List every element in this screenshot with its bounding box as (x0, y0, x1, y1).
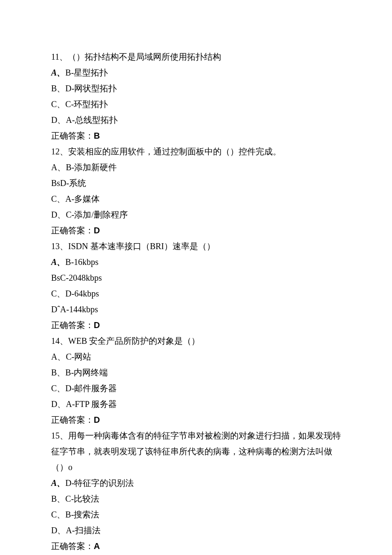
question-text: 用每一种病毒体含有的特征字节串对被检测的对象进行扫描，如果发现特征字节串，就表明… (51, 431, 341, 472)
answer-label: 正确答案： (51, 320, 94, 330)
option-line: D、C-添加/删除程序 (51, 207, 341, 223)
answer-line: 正确答案：D (51, 317, 341, 333)
option-text: D-64kbps (65, 289, 99, 298)
question-stem: 14、WEB 安全产品所防护的对象是（） (51, 333, 341, 349)
option-text: D-特征字的识别法 (65, 478, 134, 488)
option-prefix: B、 (51, 84, 65, 93)
option-prefix: A、 (51, 163, 66, 172)
option-line: A、B-16kbps (51, 254, 341, 270)
option-prefix: A、 (51, 257, 65, 267)
option-line: A、B-星型拓扑 (51, 65, 341, 81)
option-line: A、C-网站 (51, 349, 341, 365)
option-line: DˆA-144kbps (51, 302, 341, 317)
document-body: 11、（）拓扑结构不是局域网所使用拓扑结构A、B-星型拓扑B、D-网状型拓扑C、… (51, 49, 341, 555)
option-text: D-邮件服务器 (65, 384, 117, 393)
answer-line: 正确答案：D (51, 412, 341, 428)
option-line: C、D-邮件服务器 (51, 381, 341, 396)
option-text: A-扫描法 (66, 526, 100, 535)
option-line: C、D-64kbps (51, 286, 341, 302)
option-prefix: BsC- (51, 273, 69, 282)
answer-label: 正确答案： (51, 541, 94, 551)
question-stem: 15、用每一种病毒体含有的特征字节串对被检测的对象进行扫描，如果发现特征字节串，… (51, 428, 341, 475)
option-prefix: C、 (51, 194, 65, 203)
question-text: （）拓扑结构不是局域网所使用拓扑结构 (68, 52, 221, 61)
answer-value: D (94, 415, 100, 424)
option-text: C-网站 (66, 352, 91, 361)
option-text: B-星型拓扑 (65, 68, 108, 77)
option-text: C-比较法 (65, 494, 99, 503)
answer-value: B (94, 131, 100, 140)
answer-value: D (94, 226, 100, 235)
answer-line: 正确答案：B (51, 128, 341, 144)
answer-line: 正确答案：A (51, 538, 341, 554)
option-line: A、B-添加新硬件 (51, 160, 341, 175)
option-line: D、A-FTP 服务器 (51, 396, 341, 412)
option-text: B-内网终端 (65, 368, 108, 377)
option-prefix: C、 (51, 289, 65, 298)
option-text: D-网状型拓扑 (65, 84, 117, 93)
option-text: B-16kbps (65, 257, 98, 267)
option-line: D、A-总线型拓扑 (51, 112, 341, 128)
option-text: B-搜索法 (65, 510, 99, 519)
question-text: ISDN 基本速率接口（BRI）速率是（） (68, 241, 215, 251)
question-text: WEB 安全产品所防护的对象是（） (68, 336, 200, 346)
question-number: 15、 (51, 431, 68, 440)
option-text: C-添加/删除程序 (66, 210, 128, 219)
option-prefix: A、 (51, 68, 65, 77)
option-prefix: D、 (51, 115, 66, 125)
option-prefix: D、 (51, 399, 66, 409)
option-line: A、D-特征字的识别法 (51, 475, 341, 491)
answer-label: 正确答案： (51, 131, 94, 140)
option-line: B、C-比较法 (51, 491, 341, 507)
option-text: A-总线型拓扑 (66, 115, 117, 125)
option-prefix: A、 (51, 352, 66, 361)
option-text: B-添加新硬件 (66, 163, 117, 172)
question-number: 14、 (51, 336, 68, 346)
question-number: 12、 (51, 147, 68, 156)
option-text: C-环型拓扑 (65, 99, 108, 109)
option-prefix: BsD- (51, 178, 69, 188)
question-stem: 12、安装相应的应用软件，通过控制面板中的（）控件完成。 (51, 144, 341, 160)
option-line: C、B-搜索法 (51, 507, 341, 523)
question-stem: 13、ISDN 基本速率接口（BRI）速率是（） (51, 238, 341, 254)
option-prefix: B、 (51, 368, 65, 377)
option-prefix: C、 (51, 99, 65, 109)
option-line: B、D-网状型拓扑 (51, 81, 341, 96)
answer-label: 正确答案： (51, 226, 94, 235)
answer-label: 正确答案： (51, 415, 94, 424)
option-text: 2048kbps (69, 273, 102, 282)
question-number: 11、 (51, 52, 68, 61)
answer-line: 正确答案：D (51, 223, 341, 238)
option-line: BsC-2048kbps (51, 270, 341, 286)
option-line: C、C-环型拓扑 (51, 96, 341, 112)
option-text: A-多媒体 (65, 194, 100, 203)
option-line: C、A-多媒体 (51, 191, 341, 207)
question-text: 安装相应的应用软件，通过控制面板中的（）控件完成。 (68, 147, 281, 156)
option-prefix: B、 (51, 494, 65, 503)
option-text: 系统 (69, 178, 86, 188)
option-prefix: C、 (51, 384, 65, 393)
option-prefix: C、 (51, 510, 65, 519)
question-stem: 11、（）拓扑结构不是局域网所使用拓扑结构 (51, 49, 341, 65)
option-prefix: D、 (51, 526, 66, 535)
answer-value: D (94, 320, 100, 330)
answer-value: A (94, 541, 100, 551)
option-line: D、A-扫描法 (51, 523, 341, 538)
option-line: BsD-系统 (51, 175, 341, 191)
question-number: 13、 (51, 241, 68, 251)
option-text: 144kbps (69, 305, 98, 314)
option-text: A-FTP 服务器 (66, 399, 117, 409)
option-prefix: A、 (51, 478, 65, 488)
option-line: B、B-内网终端 (51, 365, 341, 381)
option-prefix: D、 (51, 210, 66, 219)
option-prefix: DˆA- (51, 305, 69, 314)
